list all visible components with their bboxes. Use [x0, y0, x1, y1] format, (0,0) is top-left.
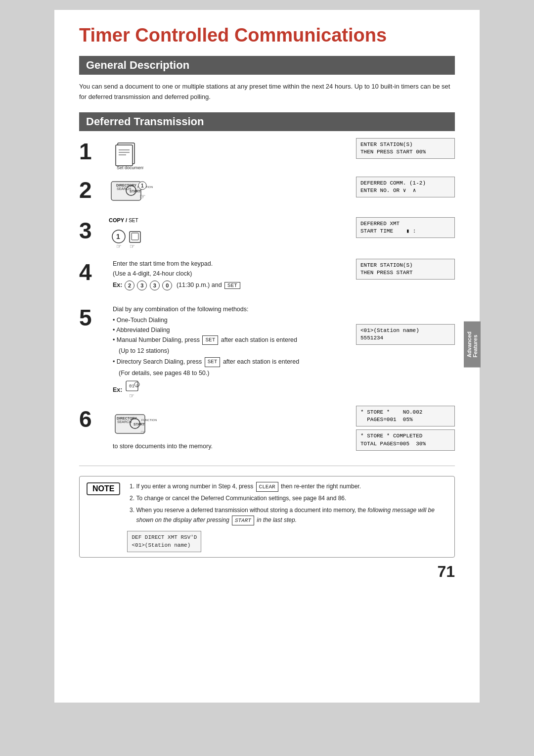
step-1-content: Set document(s) face down. ENTER STATION…	[104, 138, 455, 173]
step-4-digit-2: 2	[125, 281, 134, 290]
page: AdvancedFeatures Timer Controlled Commun…	[54, 10, 480, 703]
step-5-methods-list: One-Touch Dialing Abbreviated Dialing Ma…	[113, 315, 351, 345]
svg-text:FUNCTION: FUNCTION	[141, 419, 157, 422]
note-start-key: START	[232, 516, 254, 526]
step-4-display-box: ENTER STATION(S) THEN PRESS START	[356, 259, 455, 280]
page-number: 71	[79, 563, 455, 581]
step-3-content: COPY / SET 1 ☞ ☞	[104, 217, 455, 253]
step-2-display-box: DEFERRED COMM. (1-2) ENTER NO. OR ∨ ∧	[356, 177, 455, 198]
step-3-icon-area: COPY / SET 1 ☞ ☞	[109, 217, 173, 253]
step-4-desc2: (Use a 4-digit, 24-hour clock)	[113, 269, 351, 279]
note-label: NOTE	[87, 482, 120, 495]
step-5-methods-list-2: Directory Search Dialing, press SET afte…	[113, 357, 351, 367]
step-6-desc: to store documents into the memory.	[113, 443, 213, 450]
step-5-ex-area: Ex: 01 ⊙ ☞	[113, 380, 351, 400]
step-5-method-1: One-Touch Dialing	[113, 315, 351, 325]
svg-text:1: 1	[141, 183, 144, 189]
step-4-content: Enter the start time from the keypad. (U…	[104, 259, 455, 290]
step-3-row: 3 COPY / SET 1 ☞	[79, 217, 455, 253]
divider	[79, 466, 455, 466]
step-4-number: 4	[79, 261, 104, 284]
step-1-display: ENTER STATION(S) THEN PRESS START 00%	[356, 138, 455, 162]
svg-rect-1	[116, 145, 133, 166]
note-item-2: To change or cancel the Deferred Communi…	[136, 493, 447, 503]
step-5-method-3: Manual Number Dialing, press SET after e…	[113, 335, 351, 345]
step-2-row: 2 DIRECTORY SEARCH START	[79, 177, 455, 211]
step-5-set-key-1: SET	[202, 335, 218, 345]
step-4-ex-label: Ex:	[113, 282, 122, 288]
step-1-row: 1 Set documen	[79, 138, 455, 173]
step-5-text-block: Dial by any combination of the following…	[109, 304, 351, 400]
step-4-time-text: (11:30 p.m.) and	[177, 282, 223, 288]
step-4-digit-3a: 3	[137, 281, 147, 290]
step-2-icon-area: DIRECTORY SEARCH START FUNCTION 1 ☞	[109, 177, 173, 206]
step-1-display-box: ENTER STATION(S) THEN PRESS START 00%	[356, 138, 455, 159]
step-3-display-box: DEFERRED XMT START TIME ▮ :	[356, 217, 455, 238]
step-4-display: ENTER STATION(S) THEN PRESS START	[356, 259, 455, 283]
step-4-row: 4 Enter the start time from the keypad. …	[79, 259, 455, 298]
step-2-display: DEFERRED COMM. (1-2) ENTER NO. OR ∨ ∧	[356, 177, 455, 201]
copy-set-icon: 1 ☞ ☞	[109, 226, 153, 253]
svg-text:☞: ☞	[140, 429, 146, 436]
step-6-display-box-2: * STORE * COMPLETED TOTAL PAGES=005 30%	[356, 429, 455, 451]
note-item-3-italic: following message will be shown on the d…	[136, 507, 434, 523]
step-6-text-block: DIRECTORY SEARCH START FUNCTION ☞ to sto…	[109, 410, 351, 450]
note-section: NOTE If you enter a wrong number in Step…	[79, 476, 455, 558]
side-tab: AdvancedFeatures	[464, 322, 481, 368]
step-5-display: <01>(Station name) 5551234	[356, 324, 455, 348]
step-5-method-4: Directory Search Dialing, press SET afte…	[113, 357, 351, 367]
step-1-icon-area: Set document(s) face down.	[109, 138, 173, 173]
step-5-method-2: Abbreviated Dialing	[113, 325, 351, 335]
svg-text:☞: ☞	[116, 243, 122, 250]
step-4-set-key: SET	[224, 282, 240, 289]
step-5-stations-note: (Up to 12 stations)	[113, 346, 351, 356]
step-3-display: DEFERRED XMT START TIME ▮ :	[356, 217, 455, 241]
step-6-display: * STORE * NO.002 PAGES=001 05% * STORE *…	[356, 406, 455, 454]
svg-text:Set document(s) face down.: Set document(s) face down.	[117, 165, 143, 170]
step-6-content: DIRECTORY SEARCH START FUNCTION ☞ to sto…	[104, 406, 455, 454]
note-item-3: When you reserve a deferred transmission…	[136, 505, 447, 526]
svg-text:START: START	[134, 423, 145, 426]
note-item-1: If you enter a wrong number in Step 4, p…	[136, 481, 447, 492]
step-4-text-block: Enter the start time from the keypad. (U…	[109, 259, 351, 290]
general-description-header: General Description	[79, 56, 455, 75]
document-icon: Set document(s) face down.	[109, 138, 143, 173]
svg-text:01: 01	[129, 384, 134, 389]
note-display-box: DEF DIRECT XMT RSV'D <01>(Station name)	[127, 531, 201, 552]
step-4-digit-0: 0	[162, 281, 172, 290]
svg-text:⊙: ⊙	[136, 383, 139, 387]
step-4-desc: Enter the start time from the keypad.	[113, 259, 351, 269]
svg-text:SEARCH: SEARCH	[117, 187, 131, 190]
step-5-set-key-2: SET	[205, 357, 221, 367]
step-5-row: 5 Dial by any combination of the followi…	[79, 304, 455, 400]
fax-store-icon: DIRECTORY SEARCH START FUNCTION ☞	[113, 410, 167, 442]
step-4-example: Ex: 2 3 3 0 (11:30 p.m.) and SET	[113, 281, 351, 290]
svg-text:☞: ☞	[129, 392, 134, 399]
step-5-number: 5	[79, 306, 104, 329]
step-4-digit-3b: 3	[150, 281, 160, 290]
svg-text:☞: ☞	[139, 192, 146, 200]
station-button-icon: 01 ⊙ ☞	[125, 380, 147, 400]
page-title: Timer Controlled Communications	[79, 25, 455, 46]
step-2-number: 2	[79, 179, 104, 201]
step-5-content: Dial by any combination of the following…	[104, 304, 455, 400]
copy-set-label: COPY / SET	[109, 217, 138, 223]
step-2-content: DIRECTORY SEARCH START FUNCTION 1 ☞	[104, 177, 455, 206]
steps-container: 1 Set documen	[79, 138, 455, 458]
svg-text:1: 1	[116, 233, 120, 240]
step-6-display-box-1: * STORE * NO.002 PAGES=001 05%	[356, 406, 455, 427]
step-6-row: 6 DIRECTORY SEARCH START FUNCTION ☞	[79, 406, 455, 454]
svg-text:☞: ☞	[130, 243, 135, 250]
general-description-text: You can send a document to one or multip…	[79, 82, 455, 102]
step-5-desc: Dial by any combination of the following…	[113, 304, 351, 314]
step-5-ex-label: Ex:	[113, 386, 122, 393]
step-1-number: 1	[79, 140, 104, 163]
note-content: If you enter a wrong number in Step 4, p…	[127, 481, 447, 552]
step-5-display-box: <01>(Station name) 5551234	[356, 324, 455, 345]
deferred-transmission-header: Deferred Transmission	[79, 112, 455, 131]
note-clear-key: CLEAR	[256, 482, 278, 492]
fax-start-icon: DIRECTORY SEARCH START FUNCTION 1 ☞	[109, 177, 163, 206]
svg-text:SEARCH: SEARCH	[117, 420, 132, 424]
step-6-number: 6	[79, 408, 104, 430]
step-3-number: 3	[79, 219, 104, 242]
